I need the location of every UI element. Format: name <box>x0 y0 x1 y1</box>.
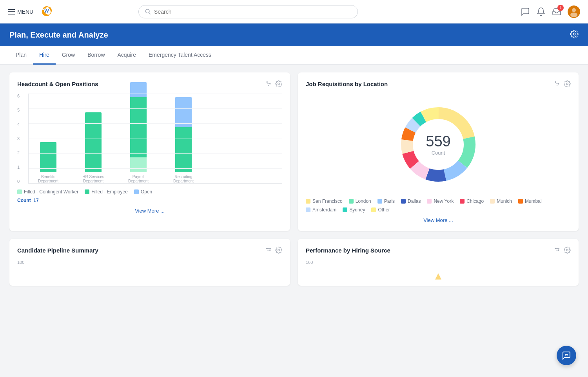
svg-marker-42 <box>435 273 441 280</box>
filter-icon[interactable] <box>265 80 272 87</box>
donut-number: 559 <box>426 133 450 150</box>
inbox-button[interactable]: 1 <box>552 7 561 16</box>
filter-icon-4[interactable] <box>554 247 561 254</box>
candidate-pipeline-card: Candidate Pipeline Summary 100 <box>9 239 290 286</box>
svg-point-34 <box>270 250 270 251</box>
search-icon <box>145 9 151 15</box>
chart-triangle-hint <box>434 272 442 280</box>
count-display: Count 17 <box>17 198 282 203</box>
legend-london: London <box>349 198 371 204</box>
tab-grow[interactable]: Grow <box>56 46 81 65</box>
performance-card-header: Performance by Hiring Source <box>306 247 571 254</box>
candidate-card-actions <box>265 247 282 254</box>
svg-point-18 <box>566 83 568 85</box>
bar-payroll: Payroll Department <box>123 82 154 183</box>
gear-icon-3[interactable] <box>275 247 282 254</box>
menu-button[interactable]: MENU <box>8 9 33 15</box>
page-title: Plan, Execute and Analyze <box>9 31 108 40</box>
gear-icon[interactable] <box>275 80 282 87</box>
header-settings-button[interactable] <box>570 30 579 40</box>
legend-paris: Paris <box>377 198 395 204</box>
svg-point-5 <box>570 13 577 17</box>
legend-munich: Munich <box>490 198 512 204</box>
candidate-pipeline-title: Candidate Pipeline Summary <box>17 247 98 254</box>
legend-dot-employee <box>85 189 89 194</box>
donut-center: 559 Count <box>426 133 450 156</box>
headcount-view-more[interactable]: View More ... <box>17 203 282 214</box>
legend-open: Open <box>134 189 152 195</box>
donut-legend: San Francisco London Paris Dallas New Yo… <box>306 198 571 213</box>
headcount-card-actions <box>265 80 282 87</box>
svg-point-40 <box>558 250 559 251</box>
svg-point-39 <box>555 248 556 249</box>
legend-sydney: Sydney <box>343 207 365 213</box>
tab-bar: Plan Hire Grow Borrow Acquire Emergency … <box>0 46 588 65</box>
legend-newyork: New York <box>427 198 454 204</box>
donut-label: Count <box>426 150 450 156</box>
inbox-badge: 1 <box>557 5 564 11</box>
legend-sf: San Francisco <box>306 198 343 204</box>
gear-icon-4[interactable] <box>564 247 571 254</box>
candidate-y-label: 100 <box>17 260 282 265</box>
performance-card: Performance by Hiring Source 160 <box>298 239 579 286</box>
svg-point-41 <box>566 249 568 251</box>
gear-icon-2[interactable] <box>564 80 571 87</box>
job-req-view-more[interactable]: View More ... <box>306 213 571 223</box>
svg-text:w: w <box>44 7 49 14</box>
svg-point-35 <box>278 249 280 251</box>
search-bar[interactable] <box>138 5 358 18</box>
legend-dot-contingent <box>17 189 22 194</box>
bar-hrservices: HR Services Department <box>76 82 111 183</box>
legend-amsterdam: Amsterdam <box>306 207 336 213</box>
job-req-card-header: Job Requisitions by Location <box>306 80 571 87</box>
donut-chart-wrap: 559 Count <box>306 94 571 195</box>
filter-icon-2[interactable] <box>554 80 561 87</box>
message-button[interactable] <box>521 7 530 16</box>
bar-chart-area: 6543210 Benefits Depar <box>17 94 282 184</box>
legend-dallas: Dallas <box>401 198 421 204</box>
user-avatar[interactable] <box>568 5 580 18</box>
bar-recruiting: Recruiting Department <box>166 82 201 183</box>
performance-card-actions <box>554 247 571 254</box>
legend-other: Other <box>371 207 390 213</box>
legend-employee: Filled - Employee <box>85 189 128 195</box>
performance-title: Performance by Hiring Source <box>306 247 390 254</box>
notification-button[interactable] <box>536 7 546 16</box>
main-content: Headcount & Open Positions 6543210 <box>0 65 588 294</box>
tab-borrow[interactable]: Borrow <box>81 46 111 65</box>
bar-chart-legend: Filled - Contingent Worker Filled - Empl… <box>17 189 282 195</box>
legend-dot-open <box>134 189 139 194</box>
menu-label: MENU <box>17 9 33 15</box>
svg-point-4 <box>572 8 576 12</box>
legend-contingent: Filled - Contingent Worker <box>17 189 78 195</box>
workday-logo[interactable]: w <box>40 4 54 20</box>
svg-point-11 <box>270 83 270 84</box>
svg-point-6 <box>573 33 575 35</box>
svg-point-17 <box>558 83 559 84</box>
search-input[interactable] <box>154 9 351 15</box>
top-nav: MENU w <box>0 0 588 23</box>
bar-benefits: Benefits Department <box>33 82 64 183</box>
tab-emergency[interactable]: Emergency Talent Access <box>142 46 218 65</box>
candidate-pipeline-header: Candidate Pipeline Summary <box>17 247 282 254</box>
legend-chicago: Chicago <box>460 198 484 204</box>
svg-point-10 <box>267 81 267 82</box>
tab-acquire[interactable]: Acquire <box>111 46 142 65</box>
svg-point-16 <box>555 81 556 82</box>
tab-hire[interactable]: Hire <box>33 46 56 65</box>
job-req-title: Job Requisitions by Location <box>306 81 388 87</box>
filter-icon-3[interactable] <box>265 247 272 254</box>
svg-point-12 <box>278 83 280 85</box>
hamburger-icon <box>8 9 15 14</box>
svg-point-33 <box>267 248 267 249</box>
job-req-card-actions <box>554 80 571 87</box>
tab-plan[interactable]: Plan <box>9 46 33 65</box>
nav-icons: 1 <box>521 5 580 18</box>
headcount-card: Headcount & Open Positions 6543210 <box>9 72 290 231</box>
legend-mumbai: Mumbai <box>518 198 542 204</box>
page-header: Plan, Execute and Analyze <box>0 23 588 46</box>
job-req-card: Job Requisitions by Location <box>298 72 579 231</box>
performance-y-label: 160 <box>306 260 571 265</box>
